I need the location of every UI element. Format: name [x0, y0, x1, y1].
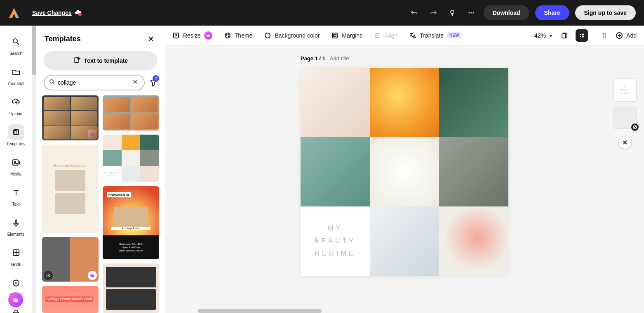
page-thumbnail[interactable]: MYBEAUTYREGIME [613, 78, 637, 102]
theme-button[interactable]: Theme [224, 32, 253, 39]
collage-cell[interactable] [370, 137, 439, 206]
svg-point-2 [451, 10, 454, 14]
close-rail-icon[interactable] [619, 136, 631, 149]
template-thumb[interactable] [42, 95, 99, 140]
search-input[interactable] [58, 79, 130, 86]
thumb-title: Bedroom Makeover [54, 163, 87, 168]
text-to-template-label: Text to template [84, 57, 128, 64]
svg-rect-22 [334, 34, 336, 37]
addons-icon [12, 308, 21, 313]
add-page-thumbnail[interactable] [613, 106, 637, 129]
svg-rect-23 [562, 34, 566, 38]
redo-icon[interactable] [427, 6, 440, 19]
sidebar-item-elements[interactable]: Elements [3, 211, 29, 240]
brands-icon: B [12, 278, 21, 287]
clear-search-icon[interactable] [132, 79, 140, 86]
sidebar-label: Upload [9, 111, 23, 116]
translate-button[interactable]: Translate NEW [409, 32, 461, 39]
folder-icon [12, 67, 21, 76]
signup-button[interactable]: Sign up to save [575, 5, 636, 20]
sidebar-item-upload[interactable]: Upload [3, 91, 29, 119]
topbar: Save Changes ! Download Share Sign up to… [0, 0, 644, 26]
share-button[interactable]: Share [535, 5, 569, 20]
sparkle-icon [73, 56, 81, 65]
elements-icon [12, 218, 21, 227]
cloud-alert-icon: ! [74, 9, 82, 17]
beauty-text: MY BEAUTY REGIME [315, 222, 356, 260]
collage-text-cell[interactable]: MY BEAUTY REGIME [301, 206, 370, 276]
premium-badge-icon[interactable] [8, 292, 23, 307]
margins-button[interactable]: Margins [331, 32, 362, 39]
collage-cell[interactable] [439, 137, 508, 206]
lightbulb-icon[interactable] [446, 6, 459, 19]
app-logo-icon[interactable] [8, 7, 20, 19]
collage-cell[interactable] [439, 68, 508, 137]
template-thumb[interactable] [103, 95, 159, 130]
svg-rect-20 [265, 33, 270, 38]
delete-icon[interactable] [598, 29, 611, 42]
add-page-button[interactable]: Add [616, 32, 637, 39]
search-field-wrap[interactable] [44, 75, 145, 90]
page-caption[interactable]: Page 1 / 1 - Add title [301, 55, 349, 62]
templates-panel: Templates Text to template 2 [36, 26, 165, 313]
canvas-area: Resize Theme Background color Margins Al… [165, 26, 644, 313]
template-thumb[interactable]: MY BEAUTY REGIME [103, 135, 159, 182]
template-thumb[interactable]: FRAGMENTS A Collage Exhibit September 5t… [103, 186, 159, 259]
resize-button[interactable]: Resize [172, 31, 212, 40]
close-panel-icon[interactable] [145, 33, 157, 45]
save-changes-link[interactable]: Save Changes ! [32, 9, 82, 17]
zoom-dropdown[interactable]: 42% [534, 32, 553, 39]
iconbar-scrollbar[interactable] [32, 26, 36, 313]
download-button[interactable]: Download [484, 5, 529, 20]
canvas-viewport[interactable]: Page 1 / 1 - Add title MY BEAUTY REGIME [165, 45, 644, 313]
template-thumb[interactable] [103, 263, 159, 313]
collage-cell[interactable] [439, 206, 508, 276]
unknown-toggle-icon[interactable] [576, 29, 588, 42]
collage-cell[interactable] [301, 68, 370, 137]
sidebar-label: Templates [7, 142, 26, 146]
svg-point-6 [13, 39, 17, 43]
thumb-label: FRAGMENTS [107, 192, 131, 197]
premium-icon [88, 130, 97, 139]
svg-point-4 [470, 12, 472, 13]
sidebar-item-grids[interactable]: Grids [3, 242, 29, 270]
text-to-template-button[interactable]: Text to template [44, 51, 157, 70]
sidebar-item-text[interactable]: Text [3, 181, 29, 210]
more-icon[interactable] [465, 6, 478, 19]
sidebar-item-media[interactable]: Media [3, 151, 29, 180]
svg-point-19 [228, 36, 229, 37]
sidebar-item-search[interactable]: Search [3, 31, 29, 59]
background-color-button[interactable]: Background color [264, 32, 320, 39]
thumb-title: Spring Dreams Mood Board [45, 296, 93, 302]
svg-point-13 [50, 80, 53, 83]
media-icon [12, 158, 21, 167]
filter-count-badge: 2 [153, 75, 159, 82]
sidebar-label: Text [12, 202, 19, 206]
template-thumb[interactable] [42, 237, 99, 282]
sidebar-label: Media [10, 172, 21, 176]
svg-rect-7 [13, 129, 19, 135]
templates-grid: Bedroom Makeover Spring Dreams Mood Boar… [36, 95, 165, 313]
collage-cell[interactable] [370, 68, 439, 137]
align-button: Align [374, 32, 397, 39]
topbar-right: Download Share Sign up to save [408, 5, 636, 20]
filter-button[interactable]: 2 [149, 77, 157, 88]
grids-icon [12, 248, 21, 257]
undo-icon[interactable] [408, 6, 421, 19]
canvas-page[interactable]: MY BEAUTY REGIME [301, 68, 508, 276]
svg-point-3 [468, 12, 470, 13]
animate-icon [44, 271, 53, 280]
sidebar-item-templates[interactable]: Templates [3, 121, 29, 149]
template-thumb[interactable]: Spring Dreams Mood Board [42, 286, 99, 313]
search-icon [12, 37, 21, 46]
text-icon [12, 188, 21, 197]
collage-cell[interactable] [370, 206, 439, 276]
upload-icon [12, 97, 21, 107]
canvas-h-scrollbar[interactable] [165, 309, 644, 313]
svg-point-5 [472, 12, 474, 13]
icon-sidebar: Search Your stuff Upload Templates Media… [0, 26, 32, 313]
sidebar-item-your-stuff[interactable]: Your stuff [3, 61, 29, 89]
collage-cell[interactable] [301, 137, 370, 206]
template-thumb[interactable]: Bedroom Makeover [42, 145, 99, 233]
duplicate-page-icon[interactable] [558, 29, 571, 42]
